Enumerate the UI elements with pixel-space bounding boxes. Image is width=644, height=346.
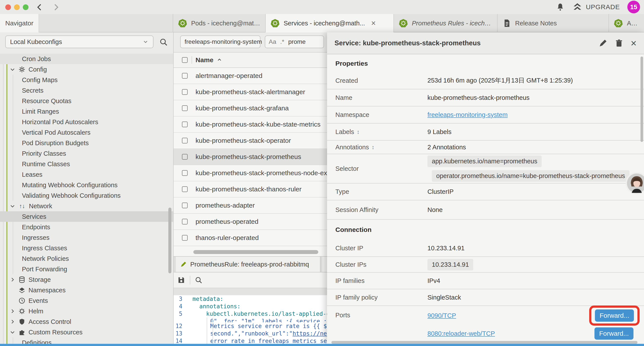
bell-icon[interactable] xyxy=(556,2,565,11)
sidebar-group-storage[interactable]: Storage xyxy=(0,274,173,285)
row-checkbox[interactable] xyxy=(182,89,188,95)
port-9090-link[interactable]: 9090/TCP xyxy=(428,312,456,319)
sidebar-item-runtime-classes[interactable]: Runtime Classes xyxy=(0,159,173,169)
row-checkbox[interactable] xyxy=(182,203,188,208)
search-icon[interactable] xyxy=(159,38,168,46)
sidebar-group-config[interactable]: Config xyxy=(0,64,173,75)
navigator-panel-tab[interactable]: Navigator xyxy=(0,14,39,32)
maximize-window-button[interactable] xyxy=(23,4,28,10)
search-icon[interactable] xyxy=(195,276,202,284)
notification-count-badge[interactable]: 15 xyxy=(627,1,640,13)
sidebar-item-port-forwarding[interactable]: Port Forwarding xyxy=(0,264,173,274)
editor-tab-prometheusrule[interactable]: PrometheusRule: freeleaps-prod-rabbitmq xyxy=(176,257,320,272)
sidebar-item-vertical-pod-autoscalers[interactable]: Vertical Pod Autoscalers xyxy=(0,127,173,138)
sidebar-item-pod-disruption-budgets[interactable]: Pod Disruption Budgets xyxy=(0,138,173,148)
sidebar-item-limit-ranges[interactable]: Limit Ranges xyxy=(0,106,173,117)
code-line-clipped[interactable]: 0", for: "1m", labels :{ service : xyxy=(174,318,327,322)
tab-argo[interactable]: Argo Se xyxy=(608,14,644,32)
table-row[interactable]: kube-prometheus-stack-grafana xyxy=(174,100,327,116)
namespace-filter-select[interactable]: freeleaps-monitoring-system xyxy=(180,35,260,48)
sidebar-item-cron-jobs[interactable]: Cron Jobs xyxy=(0,54,173,64)
sort-arrows-icon[interactable]: ↕ xyxy=(372,144,374,151)
sidebar-scrollbar[interactable] xyxy=(168,208,172,273)
sort-arrows-icon[interactable]: ↕ xyxy=(357,129,360,135)
sidebar-item-leases[interactable]: Leases xyxy=(0,169,173,180)
tab-release-notes[interactable]: Release Notes xyxy=(497,14,608,32)
row-checkbox[interactable] xyxy=(182,219,188,224)
table-row[interactable]: thanos-ruler-operated xyxy=(174,230,327,246)
trash-icon[interactable] xyxy=(615,39,623,47)
forward-port-button[interactable]: Forward... xyxy=(594,327,634,340)
sidebar-item-namespaces[interactable]: Namespaces xyxy=(0,285,173,296)
row-checkbox[interactable] xyxy=(182,122,188,127)
sidebar-item-endpoints[interactable]: Endpoints xyxy=(0,222,173,232)
tab-services[interactable]: Services - icecheng@math... × xyxy=(265,14,394,32)
sidebar-item-services[interactable]: Services xyxy=(0,211,173,222)
code-line[interactable]: 4 annotations: xyxy=(174,303,327,310)
table-row-selected[interactable]: kube-prometheus-stack-prometheus xyxy=(174,149,327,165)
sidebar-item-horizontal-pod-autoscalers[interactable]: Horizontal Pod Autoscalers xyxy=(0,117,173,127)
table-row[interactable]: prometheus-operated xyxy=(174,214,327,230)
code-line[interactable]: 3metadata: xyxy=(174,295,327,303)
editor-tab-partial[interactable] xyxy=(322,257,327,272)
close-tab-icon[interactable]: × xyxy=(371,19,376,28)
table-row[interactable]: alertmanager-operated xyxy=(174,68,327,84)
close-window-button[interactable] xyxy=(5,4,11,10)
sidebar-item-network-policies[interactable]: Network Policies xyxy=(0,253,173,264)
forward-port-button[interactable]: Forward... xyxy=(595,310,634,322)
code-line[interactable]: 13second.","runbook_url":"https://net xyxy=(174,330,327,337)
table-row[interactable]: prometheus-adapter xyxy=(174,198,327,214)
name-column-header[interactable]: Name xyxy=(196,56,214,64)
sidebar-item-validating-webhook-configurations[interactable]: Validating Webhook Configurations xyxy=(0,190,173,201)
horizontal-scrollbar[interactable] xyxy=(193,250,318,254)
sidebar-item-mutating-webhook-configurations[interactable]: Mutating Webhook Configurations xyxy=(0,180,173,190)
detail-scrollbar[interactable] xyxy=(640,56,643,142)
table-row[interactable]: kube-prometheus-stack-kube-state-metrics xyxy=(174,116,327,133)
minimize-window-button[interactable] xyxy=(14,4,20,10)
regex-icon[interactable]: .* xyxy=(280,38,284,45)
back-arrow-icon[interactable] xyxy=(35,2,45,12)
upgrade-button[interactable]: UPGRADE xyxy=(572,2,620,12)
code-line[interactable]: 5 kubectl.kubernetes.io/last-applied-co xyxy=(174,310,327,318)
sidebar-item-ingresses[interactable]: Ingresses xyxy=(0,232,173,243)
sidebar-item-resource-quotas[interactable]: Resource Quotas xyxy=(0,96,173,106)
detail-horizontal-scrollbar[interactable] xyxy=(332,341,638,344)
row-checkbox[interactable] xyxy=(182,105,188,111)
save-icon[interactable] xyxy=(177,276,186,284)
table-row[interactable]: kube-prometheus-stack-prometheus-node-ex… xyxy=(174,165,327,181)
row-checkbox[interactable] xyxy=(182,170,188,176)
sidebar-item-priority-classes[interactable]: Priority Classes xyxy=(0,148,173,159)
select-all-checkbox[interactable] xyxy=(182,57,188,63)
sidebar-item-events[interactable]: Events xyxy=(0,296,173,306)
user-avatar[interactable] xyxy=(625,172,644,195)
row-checkbox[interactable] xyxy=(182,138,188,143)
namespace-link[interactable]: freeleaps-monitoring-system xyxy=(428,111,508,118)
code-line[interactable]: 14error rate in freeleaps metrics ser xyxy=(174,337,327,345)
match-case-icon[interactable]: Aa xyxy=(269,38,276,45)
sidebar-item-secrets[interactable]: Secrets xyxy=(0,85,173,96)
code-line[interactable]: 12Metrics service error rate is {{ $va xyxy=(174,322,327,330)
table-row[interactable]: kube-prometheus-stack-thanos-ruler xyxy=(174,181,327,198)
table-row[interactable]: kube-prometheus-stack-alertmanager xyxy=(174,84,327,100)
sidebar-group-helm[interactable]: Helm xyxy=(0,306,173,317)
list-search-box[interactable]: Aa .* xyxy=(265,35,324,48)
search-input[interactable] xyxy=(288,38,314,45)
row-checkbox[interactable] xyxy=(182,73,188,79)
row-checkbox[interactable] xyxy=(182,154,188,160)
sidebar-group-network[interactable]: ↑↓ Network xyxy=(0,201,173,211)
edit-pencil-icon[interactable] xyxy=(599,39,608,47)
tab-pods[interactable]: Pods - icecheng@mathmas... xyxy=(173,14,265,32)
forward-arrow-icon[interactable] xyxy=(51,2,60,12)
row-checkbox[interactable] xyxy=(182,235,188,241)
yaml-editor[interactable]: 3metadata: 4 annotations: 5 kubectl.kube… xyxy=(174,295,327,346)
runbook-url-link[interactable]: https://net xyxy=(293,330,327,337)
row-checkbox[interactable] xyxy=(182,186,188,192)
sort-ascending-icon[interactable] xyxy=(216,57,222,63)
port-8080-link[interactable]: 8080:reloader-web/TCP xyxy=(428,330,495,337)
table-row[interactable]: kube-prometheus-stack-operator xyxy=(174,133,327,149)
close-icon[interactable]: × xyxy=(631,39,636,47)
kubeconfig-select[interactable]: Local Kubeconfigs xyxy=(5,35,154,48)
sidebar-group-access-control[interactable]: Access Control xyxy=(0,317,173,327)
sidebar-item-ingress-classes[interactable]: Ingress Classes xyxy=(0,243,173,253)
sidebar-group-custom-resources[interactable]: Custom Resources xyxy=(0,327,173,338)
